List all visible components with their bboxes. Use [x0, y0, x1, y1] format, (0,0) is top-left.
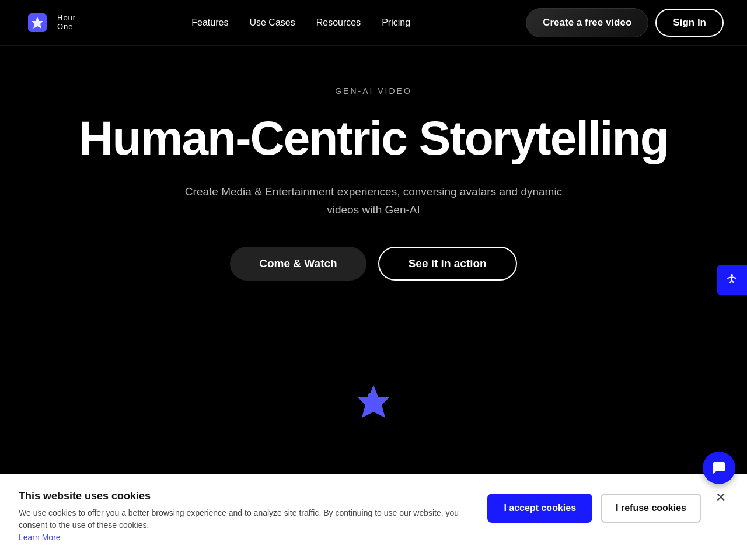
nav-pricing[interactable]: Pricing	[382, 18, 410, 28]
cookie-desc-text: We use cookies to offer you a better bro…	[19, 508, 459, 530]
brand-logo-icon	[347, 375, 400, 428]
cookie-title: This website uses cookies	[19, 490, 476, 502]
video-container	[155, 316, 592, 488]
nav-features[interactable]: Features	[191, 18, 228, 28]
navbar: Hour One Features Use Cases Resources Pr…	[0, 0, 747, 46]
logo-line1: Hour	[57, 14, 76, 22]
hero-buttons: Come & Watch See it in action	[23, 247, 724, 281]
svg-rect-4	[371, 402, 381, 407]
svg-marker-2	[357, 385, 390, 418]
hero-label: GEN-AI VIDEO	[23, 86, 724, 96]
accessibility-icon	[725, 273, 739, 287]
svg-point-3	[368, 393, 372, 398]
nav-links: Features Use Cases Resources Pricing	[191, 18, 410, 28]
cookie-banner: This website uses cookies We use cookies…	[0, 474, 747, 553]
sign-in-button[interactable]: Sign In	[655, 9, 724, 37]
logo-icon	[23, 9, 51, 37]
create-video-button[interactable]: Create a free video	[526, 8, 648, 37]
logo-line2: One	[57, 23, 76, 31]
cookie-close-button[interactable]: ✕	[713, 490, 728, 505]
cookie-text-area: This website uses cookies We use cookies…	[19, 490, 476, 544]
hero-subtitle: Create Media & Entertainment experiences…	[169, 183, 578, 219]
come-watch-button[interactable]: Come & Watch	[230, 247, 366, 281]
refuse-cookies-button[interactable]: I refuse cookies	[601, 494, 701, 523]
accept-cookies-button[interactable]: I accept cookies	[487, 494, 592, 523]
accessibility-button[interactable]	[717, 265, 747, 295]
cookie-actions: I accept cookies I refuse cookies	[487, 494, 701, 523]
see-in-action-button[interactable]: See it in action	[378, 247, 517, 281]
cookie-learn-more[interactable]: Learn More	[19, 533, 61, 542]
logo-text: Hour One	[57, 14, 76, 31]
video-inner	[155, 316, 592, 488]
nav-resources[interactable]: Resources	[316, 18, 361, 28]
chat-button[interactable]	[703, 452, 735, 484]
chat-icon	[711, 460, 727, 475]
cookie-description: We use cookies to offer you a better bro…	[19, 507, 476, 544]
nav-use-cases[interactable]: Use Cases	[249, 18, 295, 28]
svg-point-5	[731, 274, 733, 276]
logo[interactable]: Hour One	[23, 9, 76, 37]
hero-title: Human-Centric Storytelling	[23, 112, 724, 164]
nav-actions: Create a free video Sign In	[526, 8, 724, 37]
